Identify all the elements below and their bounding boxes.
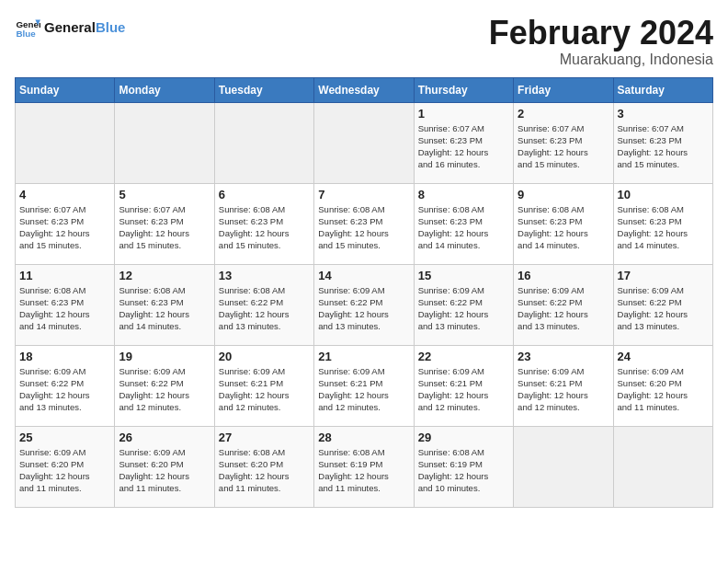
day-number: 14 [318,269,409,282]
day-info: Sunrise: 6:08 AM Sunset: 6:23 PM Dayligh… [618,203,709,252]
calendar-cell: 29Sunrise: 6:08 AM Sunset: 6:19 PM Dayli… [414,426,513,507]
day-info: Sunrise: 6:08 AM Sunset: 6:23 PM Dayligh… [318,203,409,252]
calendar-cell [314,102,414,183]
calendar-cell [214,102,313,183]
day-info: Sunrise: 6:09 AM Sunset: 6:21 PM Dayligh… [219,365,310,414]
logo-blue: Blue [96,19,126,35]
day-info: Sunrise: 6:09 AM Sunset: 6:21 PM Dayligh… [418,365,509,414]
page-header: General Blue GeneralBlue February 2024 M… [15,15,713,68]
calendar-cell: 6Sunrise: 6:08 AM Sunset: 6:23 PM Daylig… [214,183,313,264]
calendar-cell: 2Sunrise: 6:07 AM Sunset: 6:23 PM Daylig… [514,102,613,183]
col-friday: Friday [514,77,613,102]
calendar-week-2: 4Sunrise: 6:07 AM Sunset: 6:23 PM Daylig… [16,183,713,264]
day-info: Sunrise: 6:08 AM Sunset: 6:19 PM Dayligh… [318,446,409,495]
day-info: Sunrise: 6:09 AM Sunset: 6:21 PM Dayligh… [318,365,409,414]
logo-icon: General Blue [15,15,40,40]
col-thursday: Thursday [414,77,513,102]
day-number: 20 [219,350,310,363]
calendar-cell: 20Sunrise: 6:09 AM Sunset: 6:21 PM Dayli… [214,345,313,426]
day-info: Sunrise: 6:07 AM Sunset: 6:23 PM Dayligh… [418,122,509,171]
calendar-cell: 25Sunrise: 6:09 AM Sunset: 6:20 PM Dayli… [16,426,115,507]
calendar-cell: 4Sunrise: 6:07 AM Sunset: 6:23 PM Daylig… [16,183,115,264]
calendar-cell: 8Sunrise: 6:08 AM Sunset: 6:23 PM Daylig… [414,183,513,264]
day-number: 5 [119,188,210,201]
calendar-week-1: 1Sunrise: 6:07 AM Sunset: 6:23 PM Daylig… [16,102,713,183]
day-number: 9 [518,188,609,201]
col-tuesday: Tuesday [214,77,313,102]
day-number: 18 [19,350,110,363]
day-number: 27 [219,431,310,444]
day-info: Sunrise: 6:08 AM Sunset: 6:23 PM Dayligh… [518,203,609,252]
day-number: 26 [119,431,210,444]
day-info: Sunrise: 6:09 AM Sunset: 6:20 PM Dayligh… [19,446,110,495]
svg-text:Blue: Blue [16,29,36,39]
calendar-cell: 27Sunrise: 6:08 AM Sunset: 6:20 PM Dayli… [214,426,313,507]
day-info: Sunrise: 6:09 AM Sunset: 6:22 PM Dayligh… [19,365,110,414]
day-info: Sunrise: 6:07 AM Sunset: 6:23 PM Dayligh… [518,122,609,171]
day-info: Sunrise: 6:08 AM Sunset: 6:19 PM Dayligh… [418,446,509,495]
calendar-week-4: 18Sunrise: 6:09 AM Sunset: 6:22 PM Dayli… [16,345,713,426]
day-info: Sunrise: 6:09 AM Sunset: 6:22 PM Dayligh… [318,284,409,333]
calendar-cell [115,102,214,183]
calendar-cell: 9Sunrise: 6:08 AM Sunset: 6:23 PM Daylig… [514,183,613,264]
title-section: February 2024 Muarakuang, Indonesia [489,15,713,68]
day-number: 6 [219,188,310,201]
day-number: 19 [119,350,210,363]
calendar-cell: 26Sunrise: 6:09 AM Sunset: 6:20 PM Dayli… [115,426,214,507]
day-info: Sunrise: 6:09 AM Sunset: 6:20 PM Dayligh… [119,446,210,495]
day-number: 25 [19,431,110,444]
calendar-cell: 5Sunrise: 6:07 AM Sunset: 6:23 PM Daylig… [115,183,214,264]
calendar-cell: 23Sunrise: 6:09 AM Sunset: 6:21 PM Dayli… [514,345,613,426]
location-label: Muarakuang, Indonesia [489,52,713,68]
col-monday: Monday [115,77,214,102]
calendar-cell: 24Sunrise: 6:09 AM Sunset: 6:20 PM Dayli… [613,345,712,426]
day-number: 1 [418,107,509,121]
calendar-cell: 7Sunrise: 6:08 AM Sunset: 6:23 PM Daylig… [314,183,414,264]
day-number: 23 [518,350,609,363]
calendar-header: Sunday Monday Tuesday Wednesday Thursday… [16,77,713,102]
day-info: Sunrise: 6:08 AM Sunset: 6:23 PM Dayligh… [418,203,509,252]
calendar-cell: 22Sunrise: 6:09 AM Sunset: 6:21 PM Dayli… [414,345,513,426]
calendar-cell: 11Sunrise: 6:08 AM Sunset: 6:23 PM Dayli… [16,264,115,345]
calendar-body: 1Sunrise: 6:07 AM Sunset: 6:23 PM Daylig… [16,102,713,507]
day-info: Sunrise: 6:09 AM Sunset: 6:22 PM Dayligh… [418,284,509,333]
day-number: 15 [418,269,509,282]
day-info: Sunrise: 6:09 AM Sunset: 6:22 PM Dayligh… [119,365,210,414]
day-info: Sunrise: 6:09 AM Sunset: 6:21 PM Dayligh… [518,365,609,414]
day-number: 28 [318,431,409,444]
col-wednesday: Wednesday [314,77,414,102]
header-row: Sunday Monday Tuesday Wednesday Thursday… [16,77,713,102]
day-number: 11 [19,269,110,282]
calendar-table: Sunday Monday Tuesday Wednesday Thursday… [15,77,713,508]
calendar-cell: 13Sunrise: 6:08 AM Sunset: 6:22 PM Dayli… [214,264,313,345]
calendar-cell: 28Sunrise: 6:08 AM Sunset: 6:19 PM Dayli… [314,426,414,507]
calendar-cell: 14Sunrise: 6:09 AM Sunset: 6:22 PM Dayli… [314,264,414,345]
day-number: 17 [618,269,709,282]
calendar-cell: 3Sunrise: 6:07 AM Sunset: 6:23 PM Daylig… [613,102,712,183]
day-info: Sunrise: 6:09 AM Sunset: 6:22 PM Dayligh… [518,284,609,333]
day-number: 24 [618,350,709,363]
calendar-cell: 1Sunrise: 6:07 AM Sunset: 6:23 PM Daylig… [414,102,513,183]
day-info: Sunrise: 6:07 AM Sunset: 6:23 PM Dayligh… [119,203,210,252]
calendar-cell: 21Sunrise: 6:09 AM Sunset: 6:21 PM Dayli… [314,345,414,426]
calendar-cell: 17Sunrise: 6:09 AM Sunset: 6:22 PM Dayli… [613,264,712,345]
day-info: Sunrise: 6:09 AM Sunset: 6:20 PM Dayligh… [618,365,709,414]
calendar-cell: 16Sunrise: 6:09 AM Sunset: 6:22 PM Dayli… [514,264,613,345]
calendar-cell: 18Sunrise: 6:09 AM Sunset: 6:22 PM Dayli… [16,345,115,426]
day-number: 29 [418,431,509,444]
calendar-cell [613,426,712,507]
day-info: Sunrise: 6:08 AM Sunset: 6:20 PM Dayligh… [219,446,310,495]
day-info: Sunrise: 6:09 AM Sunset: 6:22 PM Dayligh… [618,284,709,333]
logo-general: General [44,19,96,35]
month-year-title: February 2024 [489,15,713,52]
calendar-cell: 12Sunrise: 6:08 AM Sunset: 6:23 PM Dayli… [115,264,214,345]
day-number: 4 [19,188,110,201]
day-info: Sunrise: 6:07 AM Sunset: 6:23 PM Dayligh… [618,122,709,171]
day-info: Sunrise: 6:08 AM Sunset: 6:23 PM Dayligh… [19,284,110,333]
day-info: Sunrise: 6:08 AM Sunset: 6:23 PM Dayligh… [219,203,310,252]
day-number: 13 [219,269,310,282]
calendar-cell: 10Sunrise: 6:08 AM Sunset: 6:23 PM Dayli… [613,183,712,264]
day-number: 10 [618,188,709,201]
day-info: Sunrise: 6:08 AM Sunset: 6:23 PM Dayligh… [119,284,210,333]
day-number: 7 [318,188,409,201]
